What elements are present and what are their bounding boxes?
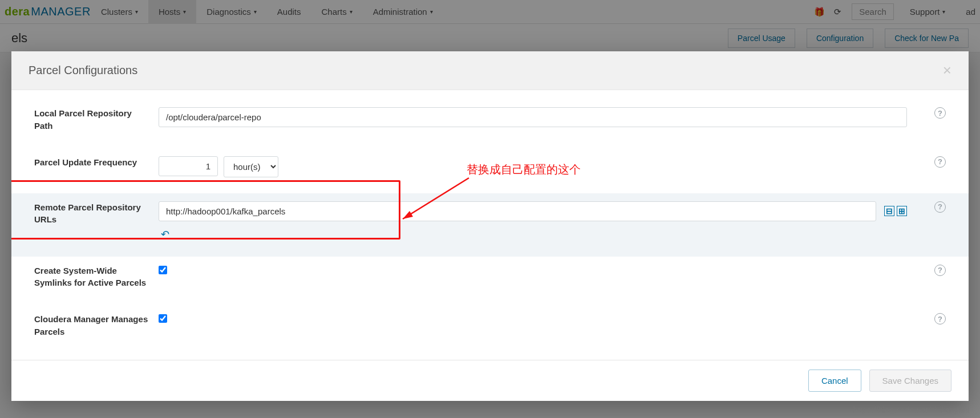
manages-parcels-checkbox[interactable] [159,314,167,323]
label-remote-urls: Remote Parcel Repository URLs [34,201,159,226]
label-manages-parcels: Cloudera Manager Manages Parcels [34,313,159,338]
row-local-repo: Local Parcel Repository Path ? [34,99,946,148]
local-repo-input[interactable] [159,107,907,127]
modal-footer: Cancel Save Changes [11,360,969,401]
help-icon[interactable]: ? [934,107,946,119]
row-manages-parcels: Cloudera Manager Manages Parcels ? [34,305,946,340]
close-icon[interactable]: × [943,62,951,79]
label-symlinks: Create System-Wide Symlinks for Active P… [34,265,159,290]
label-local-repo: Local Parcel Repository Path [34,107,159,132]
modal-header: Parcel Configurations × [11,51,969,90]
cancel-button[interactable]: Cancel [808,370,861,392]
modal-title: Parcel Configurations [29,64,137,77]
undo-icon[interactable]: ↶ [159,228,907,241]
remote-url-input[interactable] [159,201,876,221]
add-url-icon[interactable]: ⊞ [897,206,907,216]
row-remote-urls: Remote Parcel Repository URLs ⊟ ⊞ ↶ ? [11,193,969,257]
update-frequency-input[interactable] [159,156,218,176]
url-add-remove-controls: ⊟ ⊞ [884,206,907,216]
annotation-text: 替换成自己配置的这个 [467,162,581,177]
update-frequency-unit-select[interactable]: hour(s) [224,156,278,177]
watermark: https://blog.csdn.net/zhikanjiani [853,405,970,415]
help-icon[interactable]: ? [934,313,946,324]
symlinks-checkbox[interactable] [159,266,167,274]
save-changes-button[interactable]: Save Changes [869,370,951,392]
row-symlinks: Create System-Wide Symlinks for Active P… [34,257,946,306]
help-icon[interactable]: ? [934,156,946,168]
help-icon[interactable]: ? [934,265,946,276]
modal-body: Local Parcel Repository Path ? Parcel Up… [11,90,969,360]
help-icon[interactable]: ? [934,201,946,213]
label-update-frequency: Parcel Update Frequency [34,156,159,169]
remove-url-icon[interactable]: ⊟ [884,206,894,216]
parcel-config-modal: Parcel Configurations × Local Parcel Rep… [11,51,969,401]
